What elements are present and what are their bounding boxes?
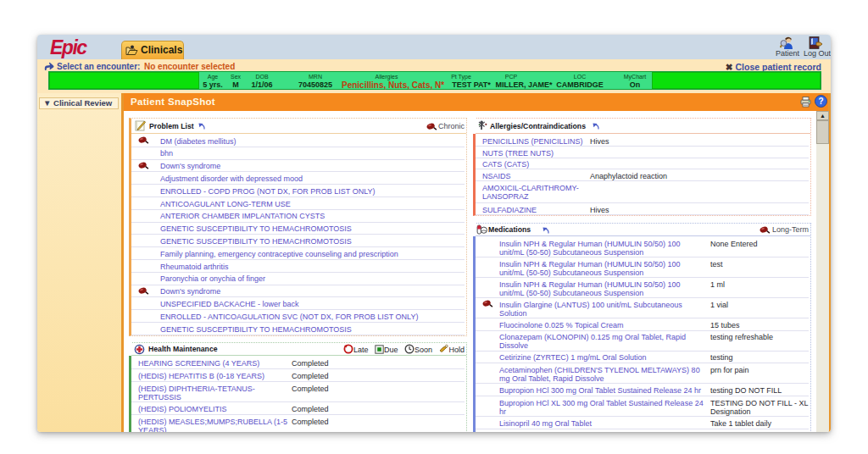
svg-text:?: ? xyxy=(818,97,823,106)
